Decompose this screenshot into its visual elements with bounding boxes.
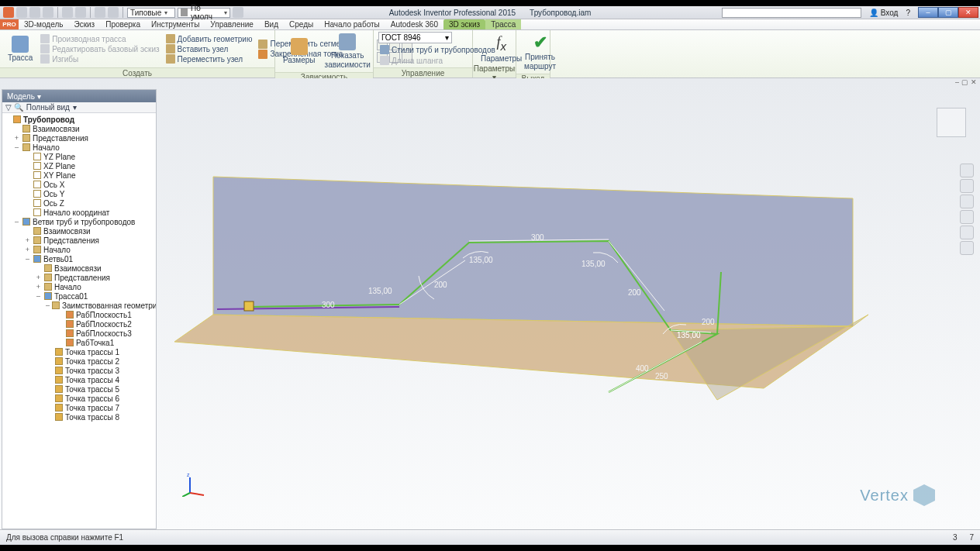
tree-node[interactable]: –Ветви труб и трубопроводов — [2, 217, 156, 226]
appearance-dropdown[interactable]: По умолч — [178, 8, 230, 18]
tree-node[interactable]: Ось Y — [2, 189, 156, 198]
help-icon[interactable]: ? — [906, 9, 910, 17]
tree-node[interactable]: Точка трассы 3 — [2, 366, 156, 375]
tree-node[interactable]: Начало координат — [2, 208, 156, 217]
add-geometry-cmd[interactable]: Добавить геометрию — [164, 34, 254, 43]
quick-access-toolbar: Типовые По умолч — [0, 7, 243, 18]
fx-icon[interactable] — [233, 7, 243, 18]
group-create-label: Создать — [0, 67, 274, 77]
model-browser[interactable]: Модель ▾ ▽ 🔍 Полный вид ▾ Трубопровод Вз… — [2, 89, 157, 529]
svg-text:135,00: 135,00 — [677, 331, 701, 339]
finish-route-button[interactable]: ✔Принятьмаршрут — [521, 32, 559, 72]
redo-icon[interactable] — [75, 7, 86, 18]
tab-view[interactable]: Вид — [259, 19, 284, 29]
svg-text:135,00: 135,00 — [368, 287, 392, 295]
group-manage-label: Управление — [374, 67, 472, 77]
new-icon[interactable] — [16, 7, 27, 18]
nav-bar[interactable] — [960, 164, 974, 255]
home-icon[interactable] — [95, 7, 105, 18]
svg-marker-0 — [213, 177, 853, 326]
svg-rect-21 — [244, 301, 254, 311]
tree-node[interactable]: +Представления — [2, 273, 156, 282]
svg-text:135,00: 135,00 — [469, 256, 493, 264]
viewport[interactable]: 300 300 200 200 200 250 400 135,00 135,0… — [159, 78, 980, 529]
close-button[interactable]: ✕ — [958, 7, 978, 18]
svg-text:400: 400 — [636, 364, 649, 373]
tree-node[interactable]: Точка трассы 6 — [2, 394, 156, 403]
tab-3d-sketch[interactable]: 3D эскиз — [443, 19, 485, 29]
tree-node[interactable]: Ось Z — [2, 198, 156, 208]
tree-node[interactable]: XY Plane — [2, 170, 156, 180]
tree-node[interactable]: Точка трассы 2 — [2, 356, 156, 366]
derived-route-cmd: Производная трасса — [39, 34, 160, 43]
tab-getstarted[interactable]: Начало работы — [319, 19, 385, 29]
save-icon[interactable] — [43, 7, 53, 18]
dimension-button[interactable]: Размеры — [280, 36, 319, 66]
tree-node[interactable]: YZ Plane — [2, 152, 156, 161]
status-bar: Для вызова справки нажмите F1 37 — [0, 529, 980, 545]
tree-node[interactable]: Взаимосвязи — [2, 124, 156, 133]
tree-node[interactable]: Точка трассы 8 — [2, 412, 156, 422]
maximize-button[interactable]: ▢ — [938, 7, 958, 18]
tab-inspect[interactable]: Проверка — [100, 19, 146, 29]
svg-text:300: 300 — [531, 233, 544, 242]
tree-node[interactable]: –Ветвь01 — [2, 254, 156, 263]
tab-a360[interactable]: Autodesk 360 — [385, 19, 443, 29]
standard-dropdown[interactable]: ГОСТ 8946▾ — [378, 32, 452, 43]
browser-header[interactable]: Модель ▾ — [2, 90, 156, 102]
pro-badge: PRO — [0, 19, 19, 29]
undo-icon[interactable] — [62, 7, 73, 18]
svg-text:200: 200 — [434, 281, 447, 289]
ribbon: Трасса Производная трасса Редактировать … — [0, 30, 980, 78]
tree-node[interactable]: РабПлоскость3 — [2, 329, 156, 338]
tree-node[interactable]: –Заимствованная геометрия — [2, 301, 156, 310]
ribbon-tabs: PRO 3D-модель Эскиз Проверка Инструменты… — [0, 19, 980, 30]
svg-text:250: 250 — [655, 372, 668, 381]
svg-text:300: 300 — [322, 301, 335, 309]
move-node-cmd[interactable]: Переместить узел — [164, 54, 254, 64]
edit-base-sketch-cmd: Редактировать базовый эскиз — [39, 44, 160, 53]
select-icon[interactable] — [108, 7, 119, 18]
svg-text:135,00: 135,00 — [581, 260, 606, 268]
tab-3d-model[interactable]: 3D-модель — [19, 19, 68, 29]
tree-node[interactable]: +Представления — [2, 133, 156, 143]
tree-node[interactable]: РабПлоскость1 — [2, 310, 156, 319]
tab-environments[interactable]: Среды — [284, 19, 319, 29]
tab-sketch[interactable]: Эскиз — [68, 19, 100, 29]
login-link[interactable]: 👤 Вход — [869, 9, 898, 17]
search-input[interactable] — [722, 8, 861, 18]
tree-node[interactable]: Точка трассы 5 — [2, 384, 156, 394]
check-icon: ✔ — [533, 33, 547, 52]
title-bar: Типовые По умолч Autodesk Inventor Profe… — [0, 6, 980, 19]
tree-node[interactable]: –Начало — [2, 143, 156, 152]
status-hint: Для вызова справки нажмите F1 — [6, 533, 123, 542]
tree-node[interactable]: Взаимосвязи — [2, 263, 156, 273]
svg-line-23 — [190, 493, 204, 495]
app-menu-icon[interactable] — [3, 7, 14, 18]
tree-node[interactable]: РабПлоскость2 — [2, 319, 156, 329]
tree-node[interactable]: +Начало — [2, 245, 156, 254]
show-constraints-button[interactable]: Показатьзависимости — [322, 32, 374, 71]
axis-triad: z — [182, 474, 205, 500]
tree-node[interactable]: Взаимосвязи — [2, 226, 156, 236]
tree-node[interactable]: +Представления — [2, 236, 156, 245]
minimize-button[interactable]: – — [918, 7, 938, 18]
tree-node[interactable]: +Начало — [2, 282, 156, 291]
tree-node[interactable]: XZ Plane — [2, 161, 156, 170]
material-dropdown[interactable]: Типовые — [127, 8, 175, 18]
svg-line-24 — [182, 493, 190, 497]
tree-node[interactable]: Ось X — [2, 180, 156, 189]
tree-root[interactable]: Трубопровод — [2, 115, 156, 124]
tree-node[interactable]: РабТочка1 — [2, 338, 156, 347]
window-title: Autodesk Inventor Professional 2015Трубо… — [389, 9, 592, 17]
open-icon[interactable] — [29, 7, 40, 18]
tree-node[interactable]: Точка трассы 1 — [2, 347, 156, 356]
route-button[interactable]: Трасса — [5, 34, 36, 64]
tree-node[interactable]: –Трасса01 — [2, 291, 156, 301]
tree-node[interactable]: Точка трассы 4 — [2, 375, 156, 384]
browser-filter[interactable]: ▽ 🔍 Полный вид ▾ — [2, 102, 156, 113]
tab-route[interactable]: Трасса — [485, 19, 521, 29]
tree-node[interactable]: Точка трассы 7 — [2, 403, 156, 412]
insert-node-cmd[interactable]: Вставить узел — [164, 44, 254, 53]
view-cube[interactable] — [937, 108, 966, 137]
